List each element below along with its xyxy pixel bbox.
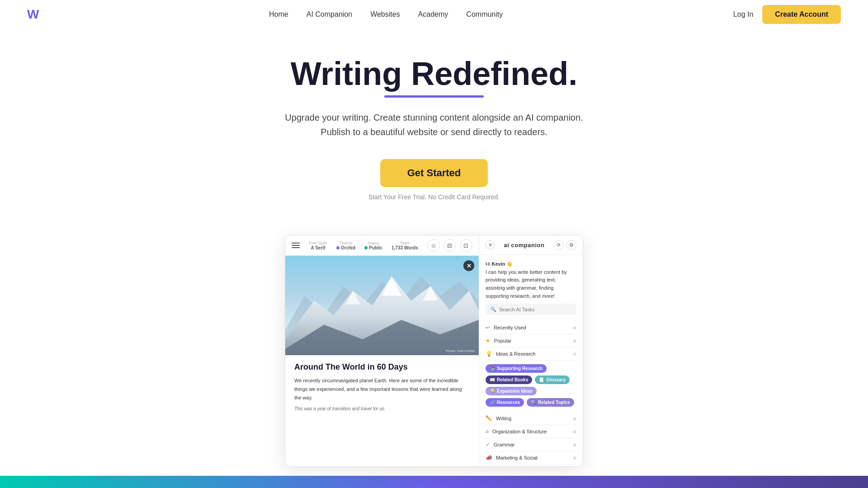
ai-panel-header: ✕ ai companion ⟳ ⚙ <box>479 235 583 255</box>
popular-expand-icon: ⊕ <box>573 338 576 343</box>
font-style-value: A Serif <box>311 245 326 250</box>
related-topics-tag-label: Related Topics <box>538 400 570 405</box>
trial-note: Start Your Free Trial. No Credit Card Re… <box>9 193 859 201</box>
marketing-expand-icon: ⊕ <box>573 455 576 460</box>
greeting-intro: Hi <box>486 261 491 267</box>
expansion-ideas-tag-label: Expansion Ideas <box>497 389 533 394</box>
nav-actions: Log In Create Account <box>733 5 841 24</box>
toolbar-left <box>292 243 300 248</box>
article-body: Around The World in 60 Days We recently … <box>285 355 479 418</box>
theme-label: Theme <box>340 241 352 245</box>
ai-close-button[interactable]: ✕ <box>486 240 495 249</box>
stats-label: Stats <box>400 241 410 245</box>
nav-links: Home AI Companion Websites Academy Commu… <box>269 10 503 19</box>
nav-home[interactable]: Home <box>269 10 288 18</box>
popular-row[interactable]: ★ Popular ⊕ <box>486 334 576 347</box>
ai-tags-container: 📚 Supporting Research 📖 Related Books 📑 … <box>479 362 583 410</box>
font-style-meta: Font Style A Serif <box>309 241 327 250</box>
ai-sections: ↩ Recently Used ⊕ ★ Popular ⊕ 💡 Ideas & <box>479 319 583 362</box>
emoji-icon-button[interactable]: ☺ <box>427 239 440 252</box>
ideas-research-icon: 💡 <box>486 351 492 357</box>
status-label: Status <box>368 241 379 245</box>
nav-ai-companion[interactable]: AI Companion <box>307 10 352 18</box>
supporting-research-tag[interactable]: 📚 Supporting Research <box>486 364 547 373</box>
app-mockup: Font Style A Serif Theme Orchid Status <box>0 235 868 476</box>
resources-tag-label: Resources <box>497 400 520 405</box>
resources-tag-icon: 🔗 <box>490 400 495 405</box>
greeting-emoji: 👋 <box>506 261 513 267</box>
status-dot-icon <box>364 246 368 249</box>
ai-header-icons: ⟳ ⚙ <box>554 240 576 250</box>
share-icon-button[interactable]: ⊡ <box>460 239 472 252</box>
theme-meta: Theme Orchid <box>336 241 355 250</box>
image-close-button[interactable]: ✕ <box>463 260 474 271</box>
stats-value: 1,733 Words <box>392 245 418 250</box>
recently-used-icon: ↩ <box>486 324 490 331</box>
hamburger-menu-icon[interactable] <box>292 243 300 248</box>
related-books-tag[interactable]: 📖 Related Books <box>486 375 532 384</box>
glossary-tag-label: Glossary <box>546 377 566 382</box>
glossary-tag-icon: 📑 <box>539 377 544 382</box>
grammar-label: Grammar <box>494 442 514 447</box>
related-books-tag-icon: 📖 <box>490 377 495 382</box>
photo-credit: Photo: Karl Köhler <box>446 349 475 353</box>
create-account-button[interactable]: Create Account <box>762 5 841 24</box>
ai-search-container: 🔍 <box>486 304 576 315</box>
hero-title: Writing Redefined. <box>291 56 578 98</box>
hero-section: Writing Redefined. Upgrade your writing.… <box>0 29 868 219</box>
writing-row[interactable]: ✏️ Writing ⊕ <box>486 412 576 425</box>
ideas-research-row[interactable]: 💡 Ideas & Research ⊖ <box>486 347 576 361</box>
nav-websites[interactable]: Websites <box>370 10 400 18</box>
writing-label: Writing <box>496 416 511 421</box>
stats-meta: Stats 1,733 Words <box>392 241 418 250</box>
supporting-research-tag-label: Supporting Research <box>497 366 542 371</box>
ai-sections-bottom: ✏️ Writing ⊕ ≡ Organization & Structure … <box>479 410 583 466</box>
grammar-row[interactable]: ✓ Grammar ⊕ <box>486 438 576 451</box>
grammar-expand-icon: ⊕ <box>573 442 576 447</box>
login-button[interactable]: Log In <box>733 10 753 19</box>
nav-community[interactable]: Community <box>466 10 503 18</box>
article-paragraph-2: This was a year of transition and travel… <box>294 406 470 411</box>
status-value: Public <box>364 245 382 250</box>
expansion-ideas-tag[interactable]: 💡 Expansion Ideas <box>486 387 537 395</box>
nav-academy[interactable]: Academy <box>418 10 448 18</box>
get-started-button[interactable]: Get Started <box>380 159 488 187</box>
greeting-text: I can help you write better content by p… <box>486 269 567 299</box>
organization-icon: ≡ <box>486 428 489 435</box>
status-meta: Status Public <box>364 241 382 250</box>
article-paragraph-1: We recently circumnavigated planet Earth… <box>294 376 470 402</box>
recently-used-row[interactable]: ↩ Recently Used ⊕ <box>486 321 576 334</box>
ai-settings-icon[interactable]: ⟳ <box>554 240 564 250</box>
marketing-label: Marketing & Social <box>496 455 538 460</box>
article-image: ✕ Photo: Karl Köhler <box>285 256 479 355</box>
organization-row[interactable]: ≡ Organization & Structure ⊕ <box>486 425 576 438</box>
expansion-ideas-tag-icon: 💡 <box>490 389 495 394</box>
marketing-row[interactable]: 📣 Marketing & Social ⊕ <box>486 451 576 465</box>
footer-gradient <box>0 476 868 488</box>
toolbar-icons: ☺ ⊟ ⊡ <box>427 239 472 252</box>
ai-search-input[interactable] <box>499 307 572 312</box>
popular-label: Popular <box>494 338 511 343</box>
ai-panel-title: ai companion <box>504 242 545 249</box>
bookmark-icon-button[interactable]: ⊟ <box>443 239 456 252</box>
editor-content: ✕ Photo: Karl Köhler Around The World in… <box>285 256 479 466</box>
article-title: Around The World in 60 Days <box>294 362 470 372</box>
ai-config-icon[interactable]: ⚙ <box>566 240 576 250</box>
resources-tag[interactable]: 🔗 Resources <box>486 398 524 407</box>
popular-icon: ★ <box>486 338 491 344</box>
logo[interactable]: W <box>27 7 38 22</box>
organization-expand-icon: ⊕ <box>573 429 576 434</box>
related-books-tag-label: Related Books <box>497 377 528 382</box>
greeting-name: Kevin <box>491 261 505 267</box>
app-window: Font Style A Serif Theme Orchid Status <box>285 235 583 467</box>
glossary-tag[interactable]: 📑 Glossary <box>535 375 570 384</box>
navigation: W Home AI Companion Websites Academy Com… <box>0 0 868 29</box>
supporting-research-tag-icon: 📚 <box>490 366 495 371</box>
related-topics-tag[interactable]: 🔍 Related Topics <box>527 398 574 407</box>
theme-dot-icon <box>336 246 340 249</box>
ideas-research-expand-icon: ⊖ <box>573 352 576 357</box>
recently-used-label: Recently Used <box>494 325 526 330</box>
recently-used-expand-icon: ⊕ <box>573 325 576 330</box>
theme-value: Orchid <box>336 245 355 250</box>
editor-toolbar: Font Style A Serif Theme Orchid Status <box>285 235 479 256</box>
